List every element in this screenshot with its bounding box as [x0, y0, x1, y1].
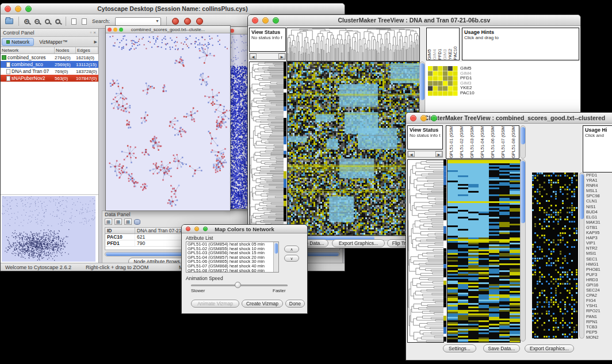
zoom-selected-icon[interactable]: □ — [55, 19, 60, 24]
tv1-matrix-canvas[interactable] — [428, 66, 458, 96]
export-graphics-button[interactable]: Export Graphics... — [525, 344, 574, 352]
attribute-list-item[interactable]: GPL51-02 (GSM855) heat shock 10 min — [186, 247, 278, 251]
export-graphics-button[interactable]: Export Graphics... — [332, 239, 385, 247]
settings-button[interactable]: Settings... — [443, 344, 476, 352]
red-circle-icon-2[interactable] — [184, 18, 191, 25]
minimize-button[interactable] — [262, 17, 269, 24]
annotation-doc-icon-2[interactable] — [82, 18, 87, 25]
zoom-in-icon[interactable]: + — [24, 19, 29, 24]
close-button[interactable] — [186, 227, 190, 231]
minimize-button[interactable] — [194, 227, 199, 231]
scroll-left-icon[interactable]: ◀ — [408, 151, 415, 157]
scroll-track[interactable] — [415, 151, 435, 157]
close-button[interactable] — [108, 28, 112, 32]
attribute-list-scrollbar[interactable] — [273, 242, 278, 272]
treeview-combined-titlebar[interactable]: ClusterMaker TreeView : combined_scores_… — [406, 113, 612, 124]
scroll-right-icon[interactable]: ▶ — [435, 151, 442, 157]
tv1-topdendro-canvas[interactable] — [286, 28, 420, 62]
main-window-titlebar[interactable]: Cytoscape Desktop (Session Name: collins… — [1, 3, 345, 14]
network-row[interactable]: DNA and Tran 07 769(0) 183728(0) — [1, 68, 98, 75]
attribute-list-item[interactable]: GPL51-01 (GSM854) heat shock 05 min — [186, 242, 278, 247]
scroll-thumb[interactable] — [521, 161, 525, 223]
window-controls — [108, 28, 123, 32]
annotation-doc-icon[interactable] — [71, 18, 76, 25]
zoom-button[interactable] — [119, 28, 123, 32]
scroll-thumb[interactable] — [521, 127, 525, 144]
zoom-button[interactable] — [431, 115, 437, 121]
create-vizmap-button[interactable]: Create Vizmap — [242, 300, 283, 308]
network-row[interactable]: combined_scores 2764(0) 16218(0) — [1, 54, 98, 61]
scroll-track[interactable] — [257, 53, 278, 59]
dendro-scroll-strip[interactable]: ◀ ▶ — [249, 53, 286, 60]
zoom-button[interactable] — [203, 227, 208, 231]
network-window-titlebar[interactable]: combined_scores_good.txt--cluste... — [106, 26, 230, 33]
tv2-gene-list-item: RPO21 — [586, 308, 612, 313]
move-down-button[interactable]: ∨ — [284, 255, 299, 262]
attribute-list-item[interactable]: GPL51-08 (GSM872) heat shock 60 min — [186, 269, 278, 273]
tv2-gene-list-item: GPI16 — [586, 282, 612, 288]
attribute-list-item[interactable]: GPL51-04 (GSM857) heat shock 20 min — [186, 255, 278, 260]
red-circle-icon-3[interactable] — [196, 18, 203, 25]
scroll-thumb[interactable] — [420, 63, 424, 100]
scroll-right-icon[interactable]: ▶ — [278, 53, 285, 59]
overview-canvas[interactable] — [2, 196, 95, 262]
dendro-scroll-strip[interactable]: ◀ ▶ — [407, 151, 443, 158]
dropdown-icon[interactable]: ▼ — [155, 19, 159, 23]
zoom-button[interactable] — [273, 17, 279, 24]
tv2-vscrollbar[interactable] — [520, 159, 526, 342]
tab-overflow-icon[interactable]: ▶ — [94, 40, 97, 44]
move-up-button[interactable]: ∧ — [284, 246, 299, 252]
zoom-fit-icon[interactable] — [45, 19, 50, 24]
red-circle-icon-1[interactable] — [172, 18, 179, 25]
scroll-left-icon[interactable]: ◀ — [250, 53, 257, 59]
close-button[interactable] — [410, 115, 416, 121]
tv1-leftdendro-canvas[interactable] — [249, 62, 284, 236]
network-view-window: combined_scores_good.txt--cluste... — [105, 25, 231, 211]
control-panel-title: Control Panel — [3, 30, 35, 36]
zoom-out-icon[interactable]: − — [35, 19, 40, 24]
network-row-selected[interactable]: combined_sco 2569(6) 13112(15) — [1, 61, 98, 68]
close-button[interactable] — [5, 6, 11, 12]
animate-vizmap-button[interactable]: Animate Vizmap — [191, 300, 239, 308]
close-panel-icon[interactable]: × — [93, 30, 96, 36]
attribute-grid-icon-3[interactable]: ▦ — [124, 219, 132, 225]
tv2-heatmap-canvas[interactable] — [447, 159, 521, 343]
animation-speed-label: Animation Speed — [186, 275, 223, 281]
scroll-thumb[interactable] — [580, 174, 584, 219]
treeview-dna-titlebar[interactable]: ClusterMaker TreeView : DNA and Tran 07-… — [248, 15, 580, 26]
close-button[interactable] — [230, 29, 234, 33]
attribute-list-item[interactable]: GPL51-03 (GSM856) heat shock 15 min — [186, 251, 278, 255]
screen-background: Cytoscape Desktop (Session Name: collins… — [0, 0, 612, 364]
window-controls — [252, 15, 279, 25]
attribute-list-item[interactable]: GPL51-06 (GSM865) heat shock 30 min — [186, 259, 278, 264]
scroll-thumb[interactable] — [274, 243, 278, 254]
minimize-button[interactable] — [15, 6, 21, 12]
close-button[interactable] — [252, 17, 258, 24]
zoom-button[interactable] — [25, 6, 32, 12]
tv1-heatmap-canvas[interactable] — [287, 62, 420, 236]
minimize-button[interactable] — [113, 28, 117, 32]
attribute-grid-icon-2[interactable]: ▦ — [114, 219, 122, 225]
tab-network[interactable]: Network — [2, 38, 34, 46]
done-button[interactable]: Done — [285, 300, 305, 308]
tv2-right-vscrollbar[interactable] — [579, 173, 584, 339]
network1-canvas[interactable] — [106, 33, 230, 210]
map-dialog-titlebar[interactable]: Map Colors to Network — [182, 225, 307, 233]
slider-handle[interactable] — [235, 282, 241, 288]
tab-vizmapper[interactable]: VizMapper™ — [35, 39, 71, 45]
tv2-header-vscrollbar[interactable] — [520, 125, 526, 159]
tv2-leftdendro-canvas[interactable] — [407, 159, 444, 343]
database-icon[interactable] — [134, 219, 140, 225]
attribute-list-item[interactable]: GPL51-07 (GSM868) heat shock 40 min — [186, 264, 278, 269]
save-data-button[interactable]: Save Data... — [483, 344, 520, 352]
attribute-grid-icon-1[interactable]: ▦ — [105, 219, 112, 225]
search-input[interactable]: ▼ — [115, 17, 161, 26]
open-session-icon[interactable] — [5, 18, 13, 24]
tv2-column-labels-item: GPL51-01 (GSM854 — [446, 126, 457, 158]
tv2-rightheat-canvas[interactable] — [532, 173, 578, 339]
tv1-anno-canvas — [284, 62, 286, 235]
minimize-button[interactable] — [420, 115, 427, 121]
tv2-gene-list-item: SEC24 — [586, 288, 612, 293]
network-row-alert[interactable]: sNAPuberNov2 563(0) 107847(0) — [1, 75, 98, 82]
float-panel-icon[interactable]: ▫ — [90, 30, 91, 36]
